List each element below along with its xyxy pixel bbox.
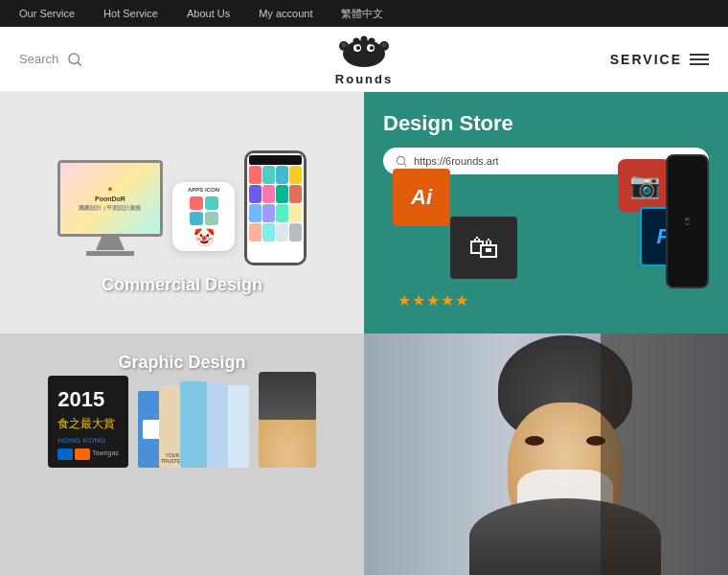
app-icon-1 — [190, 196, 203, 210]
phone-app-12 — [289, 204, 302, 222]
portrait-face-bg — [364, 334, 728, 575]
nav-lang[interactable]: 繁體中文 — [341, 7, 383, 21]
phone-app-13 — [249, 223, 262, 242]
software-icons-container: Ai 📷 🛍 Ps 📱 ★★★★★ — [383, 169, 709, 314]
apps-grid — [186, 193, 222, 229]
graphic-content: 2015 食之最大賞 HONG KONG Towngas YOURTRUSTED — [48, 372, 316, 468]
app-icon-4 — [205, 212, 218, 225]
phone-app-1 — [249, 166, 262, 184]
monitor-display: ● PoonDoR 圓嚴設計 | 平面設計服務 — [60, 163, 160, 234]
person-hair — [259, 372, 316, 420]
svg-point-5 — [356, 46, 360, 50]
svg-point-9 — [342, 42, 347, 47]
panel-design-store[interactable]: Design Store https://6rounds.art Ai 📷 🛍 … — [364, 92, 728, 334]
shopping-bag-icon: 🛍 — [450, 217, 517, 279]
svg-point-6 — [370, 46, 374, 50]
nav-my-account[interactable]: My account — [259, 8, 312, 19]
svg-point-10 — [382, 42, 387, 47]
service-label: SERVICE — [610, 52, 682, 67]
svg-point-13 — [369, 37, 375, 44]
svg-point-14 — [397, 156, 404, 164]
logo-svg — [330, 33, 398, 69]
person-thumbnail — [259, 372, 316, 468]
partner-logo-1 — [57, 448, 73, 460]
camera-icon: 📷 — [618, 159, 671, 212]
hamburger-line-3 — [690, 63, 709, 65]
phone-app-11 — [276, 204, 288, 222]
monitor-content: ● PoonDoR 圓嚴設計 | 平面設計服務 — [79, 184, 141, 214]
brochure-1-img — [143, 420, 160, 439]
towngas-logo: HONG KONG — [57, 435, 119, 447]
award-chinese-text: 食之最大賞 — [57, 417, 115, 430]
search-placeholder-text: Search — [19, 52, 58, 66]
apps-character: 🤡 — [193, 229, 215, 246]
search-icon[interactable] — [66, 51, 83, 68]
browser-url-text: https://6rounds.art — [414, 155, 499, 167]
site-logo[interactable]: Rounds — [330, 33, 398, 86]
browser-search-icon — [395, 154, 408, 168]
towngas-blue-text: HONG KONG — [57, 435, 105, 447]
devices-illustration: ● PoonDoR 圓嚴設計 | 平面設計服務 APPS ICON — [38, 131, 326, 275]
app-icon-2 — [205, 196, 218, 210]
svg-point-11 — [353, 37, 360, 44]
svg-line-15 — [404, 164, 407, 167]
monitor-base — [86, 251, 134, 256]
brochure-3 — [180, 381, 207, 468]
logo-text: Rounds — [335, 72, 393, 86]
search-container: Search — [19, 51, 172, 68]
award-badge: 2015 食之最大賞 HONG KONG Towngas — [48, 376, 128, 468]
apps-icon-card: APPS ICON 🤡 — [172, 182, 235, 251]
partner-logos: Towngas — [57, 448, 119, 460]
towngas-text: Towngas — [92, 448, 119, 460]
phone-app-3 — [276, 166, 288, 184]
monitor-device: ● PoonDoR 圓嚴設計 | 平面設計服務 — [57, 160, 163, 237]
phone-screen — [247, 153, 304, 263]
panel-portrait[interactable] — [364, 334, 728, 575]
phone-app-16 — [289, 223, 302, 242]
panel-graphic-design[interactable]: Graphic Design 2015 食之最大賞 HONG KONG Town… — [0, 334, 364, 575]
phone-status-bar — [249, 155, 302, 165]
hamburger-line-1 — [690, 54, 709, 56]
design-store-title: Design Store — [383, 111, 709, 136]
nav-hot-service[interactable]: Hot Service — [103, 8, 158, 19]
graphic-design-label: Graphic Design — [118, 353, 245, 373]
main-content: ● PoonDoR 圓嚴設計 | 平面設計服務 APPS ICON — [0, 92, 728, 575]
hamburger-menu-button[interactable] — [690, 54, 709, 65]
phone-frame-design-store: 📱 — [666, 154, 709, 288]
phone-app-7 — [276, 185, 288, 203]
panel-commercial-design[interactable]: ● PoonDoR 圓嚴設計 | 平面設計服務 APPS ICON — [0, 92, 364, 334]
phone-app-2 — [262, 166, 275, 184]
phone-app-4 — [289, 166, 302, 184]
phone-app-8 — [289, 185, 302, 203]
phone-app-5 — [249, 185, 262, 203]
nav-our-service[interactable]: Our Service — [19, 8, 75, 19]
monitor-stand — [96, 237, 125, 250]
phone-app-14 — [262, 223, 275, 242]
phone-app-10 — [262, 204, 275, 222]
portrait-eye-left — [525, 436, 544, 446]
service-menu[interactable]: SERVICE — [610, 52, 709, 67]
star-rating: ★★★★★ — [398, 291, 469, 310]
monitor-screen: ● PoonDoR 圓嚴設計 | 平面設計服務 — [57, 160, 163, 237]
award-year: 2015 — [57, 383, 119, 415]
phone-app-9 — [249, 204, 262, 222]
svg-point-12 — [361, 35, 368, 42]
commercial-design-label: Commercial Design — [102, 275, 262, 295]
hamburger-line-2 — [690, 58, 709, 60]
svg-line-1 — [79, 62, 81, 65]
phone-app-15 — [276, 223, 288, 242]
illustrator-icon: Ai — [393, 169, 450, 226]
svg-point-2 — [343, 40, 385, 67]
partner-logo-2 — [75, 448, 90, 460]
nav-about-us[interactable]: About Us — [187, 8, 230, 19]
top-navigation: Our Service Hot Service About Us My acco… — [0, 0, 728, 27]
app-icon-3 — [190, 212, 203, 225]
portrait-right-overlay — [601, 334, 728, 575]
site-header: Search — [0, 27, 728, 92]
phone-app-6 — [262, 185, 275, 203]
brochures-stack: YOURTRUSTED — [138, 381, 249, 468]
logo-icon — [330, 33, 398, 74]
svg-point-0 — [69, 54, 80, 64]
phone-device — [244, 150, 307, 265]
phone-frame-content: 📱 — [683, 218, 692, 225]
